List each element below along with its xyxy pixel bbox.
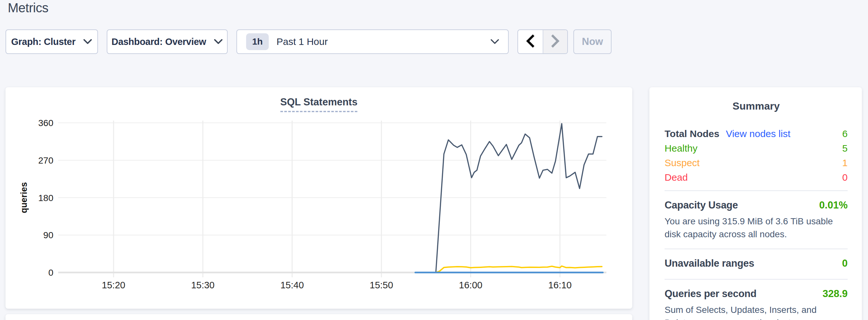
healthy-value: 5 [842, 143, 848, 154]
queries-per-second-section: Queries per second 328.9 Sum of Selects,… [664, 280, 848, 320]
chevron-right-icon [550, 34, 560, 50]
svg-text:15:40: 15:40 [280, 280, 304, 290]
controls-bar: Graph: Cluster Dashboard: Overview 1h Pa… [0, 29, 868, 54]
view-nodes-list-link[interactable]: View nodes list [726, 128, 790, 139]
svg-text:16:10: 16:10 [548, 280, 572, 290]
step-forward-button[interactable] [542, 30, 567, 53]
healthy-nodes-row: Healthy 5 [664, 143, 848, 157]
queries-per-second-value: 328.9 [823, 288, 848, 300]
now-button[interactable]: Now [574, 29, 612, 54]
summary-panel: Summary Total Nodes View nodes list 6 He… [649, 87, 862, 320]
chevron-down-icon [83, 39, 92, 44]
suspect-nodes-row: Suspect 1 [664, 157, 848, 172]
nodes-block: Total Nodes View nodes list 6 Healthy 5 … [664, 128, 848, 187]
healthy-label: Healthy [664, 143, 698, 154]
graph-dropdown[interactable]: Graph: Cluster [5, 29, 98, 54]
queries-per-second-label: Queries per second [664, 288, 756, 300]
unavailable-ranges-value: 0 [842, 258, 848, 269]
next-chart-card [5, 314, 632, 320]
dead-value: 0 [842, 172, 848, 183]
svg-text:15:50: 15:50 [370, 280, 393, 290]
total-nodes-label: Total Nodes [664, 128, 719, 139]
svg-text:180: 180 [38, 193, 53, 203]
sql-statements-chart: 15:2015:3015:4015:5016:0016:100901802703… [5, 87, 632, 309]
graph-dropdown-label: Graph: Cluster [11, 36, 76, 47]
dead-label: Dead [664, 172, 688, 183]
yellow-line [436, 266, 602, 273]
dead-nodes-row: Dead 0 [664, 172, 848, 187]
capacity-usage-section: Capacity Usage 0.01% You are using 315.9… [664, 191, 848, 249]
time-range-label: Past 1 Hour [277, 36, 328, 47]
capacity-usage-description: You are using 315.9 MiB of 3.6 TiB usabl… [664, 215, 848, 241]
capacity-usage-value: 0.01% [819, 199, 848, 211]
unavailable-ranges-label: Unavailable ranges [664, 258, 754, 269]
unavailable-ranges-section: Unavailable ranges 0 [664, 249, 848, 279]
svg-text:360: 360 [38, 118, 53, 128]
dashboard-dropdown[interactable]: Dashboard: Overview [107, 29, 228, 54]
time-step-buttons [518, 29, 568, 54]
navy-line [436, 124, 602, 273]
suspect-value: 1 [842, 157, 848, 168]
capacity-usage-label: Capacity Usage [664, 199, 738, 211]
svg-text:270: 270 [38, 156, 53, 165]
svg-text:16:00: 16:00 [459, 280, 483, 290]
chevron-left-icon [525, 34, 535, 50]
total-nodes-row: Total Nodes View nodes list 6 [664, 128, 848, 143]
chevron-down-icon [214, 39, 223, 44]
suspect-label: Suspect [664, 157, 700, 168]
chevron-down-icon [491, 39, 499, 44]
summary-title: Summary [664, 87, 848, 112]
queries-per-second-description: Sum of Selects, Updates, Inserts, and De… [664, 303, 848, 320]
svg-text:90: 90 [43, 230, 53, 240]
step-back-button[interactable] [518, 30, 542, 53]
dashboard-dropdown-label: Dashboard: Overview [112, 36, 206, 47]
time-range-selector[interactable]: 1h Past 1 Hour [237, 29, 509, 54]
time-range-badge: 1h [246, 33, 269, 50]
sql-statements-card: SQL Statements 15:2015:3015:4015:5016:00… [5, 87, 632, 309]
page-title: Metrics [8, 1, 48, 15]
svg-text:15:30: 15:30 [191, 280, 215, 290]
svg-text:15:20: 15:20 [102, 280, 125, 290]
svg-text:0: 0 [48, 268, 53, 278]
svg-text:queries: queries [19, 182, 29, 213]
total-nodes-value: 6 [842, 128, 848, 139]
